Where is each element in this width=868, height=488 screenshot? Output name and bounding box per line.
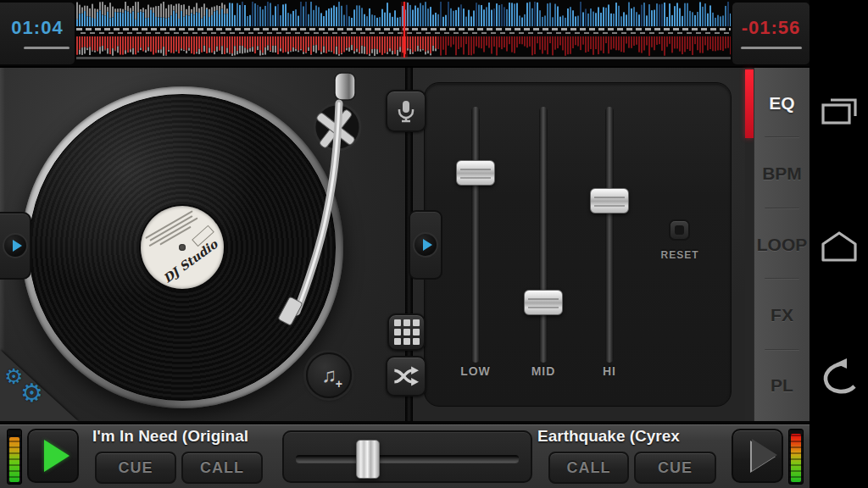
home-button[interactable] xyxy=(810,222,868,269)
microphone-button[interactable] xyxy=(386,90,426,132)
spindle xyxy=(179,244,186,251)
eq-mid-label: MID xyxy=(514,364,573,378)
deck-a-call-button[interactable]: CALL xyxy=(181,452,263,484)
vu-level-a xyxy=(9,437,19,482)
eq-low-track[interactable] xyxy=(471,107,480,363)
load-track-button[interactable]: ♫ + xyxy=(306,352,352,398)
music-note-icon: ♫ xyxy=(321,365,337,385)
shuffle-icon xyxy=(392,363,420,389)
deck-b-call-button[interactable]: CALL xyxy=(548,452,629,484)
recent-apps-icon xyxy=(820,95,859,129)
deck-a-time-underline xyxy=(24,47,70,49)
active-tab-indicator xyxy=(745,69,754,138)
tab-eq[interactable]: EQ xyxy=(754,68,810,138)
crossfader[interactable] xyxy=(282,430,532,483)
deck-a-tab-play-button[interactable] xyxy=(3,233,28,258)
deck-b-side-tab[interactable] xyxy=(409,210,442,280)
transport-bar: I'm In Need (Original CUE CALL Earthquak… xyxy=(0,421,810,488)
crossfader-thumb[interactable] xyxy=(356,440,380,479)
vu-meter-a xyxy=(7,429,22,485)
deck-b-tab-play-button[interactable] xyxy=(413,232,438,258)
tool-tab-strip: EQ BPM LOOP FX PL xyxy=(754,68,810,421)
sampler-pads-button[interactable] xyxy=(387,313,426,351)
deck-b-time-underline xyxy=(741,47,802,49)
play-icon xyxy=(13,240,22,252)
deck-a-side-tab[interactable] xyxy=(0,212,31,280)
deck-a-track-title: I'm In Need (Original xyxy=(92,427,248,447)
eq-low-slider[interactable] xyxy=(456,160,495,186)
tab-loop[interactable]: LOOP xyxy=(754,209,810,280)
deck-a-cue-button[interactable]: CUE xyxy=(95,452,176,484)
waveform-display[interactable] xyxy=(75,0,731,61)
tab-fx[interactable]: FX xyxy=(754,280,810,350)
home-icon xyxy=(819,229,860,263)
deck-b-time-box: -01:56 xyxy=(732,3,810,64)
vu-level-b xyxy=(791,434,801,482)
play-icon xyxy=(752,439,777,471)
main-area: DJ Studio xyxy=(0,68,810,421)
waveform-bar: 01:04 -01:56 xyxy=(0,0,868,68)
dj-app-screen: 01:04 -01:56 DJ Studio xyxy=(0,0,868,488)
deck-a-time-box: 01:04 xyxy=(0,3,75,64)
deck-b-play-button[interactable] xyxy=(732,429,783,483)
grid-icon xyxy=(394,319,420,345)
gear-icon: ⚙ xyxy=(20,380,43,406)
eq-hi-track[interactable] xyxy=(605,107,614,363)
tonearm-counterweight xyxy=(335,73,355,100)
vu-meter-b xyxy=(788,429,804,485)
tonearm[interactable] xyxy=(263,68,373,339)
tab-bpm[interactable]: BPM xyxy=(754,138,810,208)
plus-icon: + xyxy=(336,378,342,390)
eq-mid-slider[interactable] xyxy=(524,290,563,315)
eq-hi-slider[interactable] xyxy=(590,188,629,214)
eq-reset-button[interactable] xyxy=(669,219,690,241)
tonearm-cartridge xyxy=(278,297,303,325)
deck-a-play-button[interactable] xyxy=(27,429,79,483)
deck-a-turntable: DJ Studio xyxy=(0,68,409,421)
eq-panel: LOW MID HI RESET xyxy=(424,82,732,407)
tab-pl[interactable]: PL xyxy=(754,351,810,421)
play-icon xyxy=(423,239,432,251)
shuffle-button[interactable] xyxy=(386,356,426,396)
deck-b-track-title: Earthquake (Cyrex xyxy=(537,427,680,447)
recent-apps-button[interactable] xyxy=(810,88,868,136)
eq-hi-label: HI xyxy=(580,364,639,378)
android-nav-bar xyxy=(810,0,868,488)
eq-reset-label: RESET xyxy=(642,249,718,261)
eq-mid-track[interactable] xyxy=(539,107,548,363)
deck-b-cue-button[interactable]: CUE xyxy=(634,452,716,484)
play-icon xyxy=(44,440,70,472)
eq-low-label: LOW xyxy=(446,364,505,378)
deck-a-elapsed-time: 01:04 xyxy=(0,17,75,39)
back-icon xyxy=(820,357,859,396)
back-button[interactable] xyxy=(810,352,868,400)
crossfader-groove xyxy=(296,455,519,463)
microphone-icon xyxy=(397,99,415,123)
deck-b-remaining-time: -01:56 xyxy=(732,17,810,39)
